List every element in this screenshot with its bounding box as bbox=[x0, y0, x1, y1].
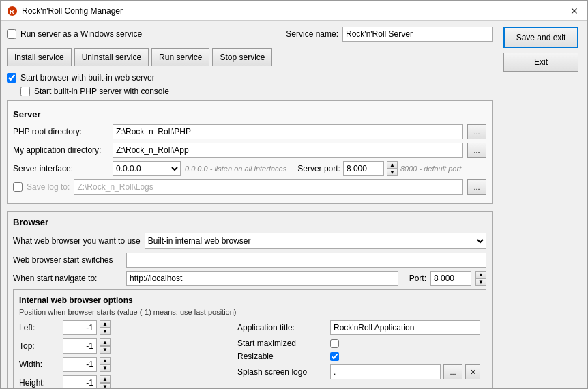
left-label: Left: bbox=[19, 323, 60, 332]
port-input[interactable] bbox=[343, 161, 384, 176]
service-name-label: Service name: bbox=[286, 29, 338, 39]
navigate-input[interactable] bbox=[126, 271, 398, 286]
maximized-label: Start maximized bbox=[237, 338, 326, 348]
app-icon: R bbox=[7, 5, 18, 16]
top-field-row: Top: ▲ ▼ bbox=[19, 338, 224, 354]
switches-row: Web browser start switches bbox=[13, 253, 486, 268]
browser-section-title: Browser bbox=[13, 217, 486, 227]
start-browser-row: Start browser with built-in web server bbox=[7, 73, 493, 83]
splash-path-input[interactable] bbox=[330, 364, 441, 379]
height-down-button[interactable]: ▼ bbox=[100, 383, 111, 388]
uninstall-service-button[interactable]: Uninstall service bbox=[74, 48, 149, 66]
run-service-checkbox[interactable] bbox=[7, 29, 16, 39]
left-panel: Run server as a Windows service Service … bbox=[1, 21, 498, 388]
php-root-row: PHP root directory: ... bbox=[13, 124, 486, 139]
browser-port-up-button[interactable]: ▲ bbox=[475, 271, 486, 278]
width-field-row: Width: ▲ ▼ bbox=[19, 357, 224, 372]
interface-hint: 0.0.0.0 - listen on all interfaces bbox=[185, 164, 286, 173]
save-log-label: Save log to: bbox=[27, 182, 70, 192]
navigate-row: When start navigate to: Port: ▲ ▼ bbox=[13, 271, 486, 286]
width-up-button[interactable]: ▲ bbox=[100, 357, 111, 364]
left-input[interactable] bbox=[63, 320, 97, 335]
position-hint: Position when browser starts (value (-1)… bbox=[19, 308, 480, 316]
start-php-checkbox[interactable] bbox=[20, 87, 30, 96]
main-window: R Rock'n'Roll Config Manager ✕ Run serve… bbox=[0, 0, 588, 389]
run-service-label: Run server as a Windows service bbox=[20, 29, 142, 39]
app-dir-browse-button[interactable]: ... bbox=[467, 143, 486, 158]
top-spinner: ▲ ▼ bbox=[100, 338, 111, 354]
switches-input[interactable] bbox=[126, 253, 486, 268]
maximized-checkbox[interactable] bbox=[330, 339, 339, 348]
browser-port-down-button[interactable]: ▼ bbox=[475, 278, 486, 286]
left-spinner: ▲ ▼ bbox=[100, 320, 111, 335]
close-button[interactable]: ✕ bbox=[568, 4, 581, 18]
browser-port-input[interactable] bbox=[430, 271, 471, 286]
start-php-row: Start built-in PHP server with console bbox=[20, 87, 493, 96]
width-down-button[interactable]: ▼ bbox=[100, 364, 111, 372]
service-row: Run server as a Windows service Service … bbox=[7, 27, 493, 42]
browser-port-label: Port: bbox=[409, 274, 426, 283]
splash-label: Splash screen logo bbox=[237, 367, 326, 377]
save-log-browse-button[interactable]: ... bbox=[467, 179, 486, 194]
svg-text:R: R bbox=[10, 8, 14, 15]
top-down-button[interactable]: ▼ bbox=[100, 346, 111, 354]
top-up-button[interactable]: ▲ bbox=[100, 338, 111, 346]
start-php-label: Start built-in PHP server with console bbox=[34, 87, 169, 96]
exit-button[interactable]: Exit bbox=[503, 53, 578, 72]
service-name-input[interactable] bbox=[342, 27, 493, 42]
save-log-checkbox-row: Save log to: bbox=[13, 182, 70, 192]
stop-service-button[interactable]: Stop service bbox=[212, 48, 272, 66]
app-title-input[interactable] bbox=[330, 320, 480, 335]
navigate-label: When start navigate to: bbox=[13, 274, 122, 283]
top-label: Top: bbox=[19, 341, 60, 351]
service-buttons: Install service Uninstall service Run se… bbox=[7, 48, 493, 66]
left-down-button[interactable]: ▼ bbox=[100, 328, 111, 335]
app-dir-input[interactable] bbox=[113, 143, 463, 158]
two-col-layout: Left: ▲ ▼ Top: bbox=[19, 320, 480, 388]
start-browser-checkbox[interactable] bbox=[7, 73, 16, 83]
what-browser-row: What web browser you want to use Built-i… bbox=[13, 233, 486, 249]
save-log-row: Save log to: ... bbox=[13, 179, 486, 194]
install-service-button[interactable]: Install service bbox=[7, 48, 72, 66]
app-title-label: Application title: bbox=[237, 323, 326, 332]
port-down-button[interactable]: ▼ bbox=[387, 169, 398, 176]
top-input[interactable] bbox=[63, 338, 97, 354]
php-root-browse-button[interactable]: ... bbox=[467, 124, 486, 139]
what-browser-select[interactable]: Built-in internal web browser bbox=[145, 233, 486, 249]
left-up-button[interactable]: ▲ bbox=[100, 320, 111, 328]
height-label: Height: bbox=[19, 378, 60, 388]
service-name-group: Service name: bbox=[286, 27, 493, 42]
start-browser-label: Start browser with built-in web server bbox=[20, 73, 155, 83]
php-root-input[interactable] bbox=[113, 124, 463, 139]
server-interface-row: Server interface: 0.0.0.0 0.0.0.0 - list… bbox=[13, 161, 486, 176]
splash-delete-button[interactable]: ✕ bbox=[465, 364, 480, 379]
width-input[interactable] bbox=[63, 357, 97, 372]
splash-input-group: ... ✕ bbox=[330, 364, 480, 379]
width-label: Width: bbox=[19, 360, 60, 369]
save-log-input[interactable] bbox=[74, 179, 463, 194]
main-content: Run server as a Windows service Service … bbox=[1, 21, 587, 388]
width-spinner: ▲ ▼ bbox=[100, 357, 111, 372]
internal-browser-title: Internal web browser options bbox=[19, 296, 480, 305]
save-log-checkbox[interactable] bbox=[13, 182, 23, 192]
app-dir-label: My application directory: bbox=[13, 145, 108, 155]
window-title: Rock'n'Roll Config Manager bbox=[22, 6, 123, 16]
port-up-button[interactable]: ▲ bbox=[387, 161, 398, 169]
titlebar-left: R Rock'n'Roll Config Manager bbox=[7, 5, 123, 16]
server-section: Server PHP root directory: ... My applic… bbox=[7, 100, 493, 204]
splash-browse-button[interactable]: ... bbox=[443, 364, 462, 379]
app-title-row: Application title: bbox=[237, 320, 480, 335]
right-panel: Save and exit Exit bbox=[498, 21, 587, 388]
resizable-checkbox[interactable] bbox=[330, 352, 339, 361]
height-input[interactable] bbox=[63, 375, 97, 388]
height-spinner: ▲ ▼ bbox=[100, 375, 111, 388]
server-interface-select[interactable]: 0.0.0.0 bbox=[113, 161, 181, 176]
maximized-row: Start maximized bbox=[237, 338, 480, 348]
titlebar: R Rock'n'Roll Config Manager ✕ bbox=[1, 1, 587, 21]
browser-port-spinner: ▲ ▼ bbox=[475, 271, 486, 286]
run-service-button[interactable]: Run service bbox=[151, 48, 209, 66]
height-up-button[interactable]: ▲ bbox=[100, 375, 111, 383]
height-field-row: Height: ▲ ▼ bbox=[19, 375, 224, 388]
save-exit-button[interactable]: Save and exit bbox=[503, 27, 578, 48]
port-spinner: ▲ ▼ bbox=[387, 161, 398, 176]
